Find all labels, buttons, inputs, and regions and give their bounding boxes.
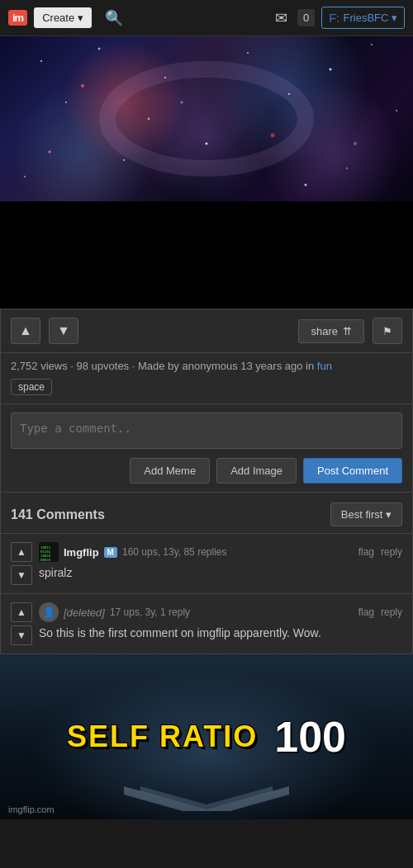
svg-point-1 <box>98 48 101 50</box>
comment-actions: flag reply <box>358 546 402 558</box>
svg-text:00010: 00010 <box>40 558 51 562</box>
meme-row: SELF RATIO 100 <box>67 712 346 762</box>
post-comment-button[interactable]: Post Comment <box>303 458 402 484</box>
upvote-button[interactable]: ▲ <box>11 318 40 344</box>
avatar: 👤 <box>39 602 59 622</box>
notification-count[interactable]: 0 <box>297 9 315 26</box>
svg-point-10 <box>123 159 125 161</box>
site-logo[interactable]: im <box>8 10 27 26</box>
svg-point-6 <box>65 101 67 103</box>
svg-point-7 <box>148 118 150 120</box>
comment-item: ▲ ▼ 10011 01101 10010 00010 Imgflip M 16… <box>0 534 413 594</box>
downvote-icon: ▼ <box>57 323 70 338</box>
site-header: im Create ▾ 🔍 ✉ 0 F: FriesBFC ▾ <box>0 0 413 36</box>
meme-title: SELF RATIO <box>67 719 258 754</box>
hero-image <box>0 36 413 201</box>
comment-flag-link[interactable]: flag <box>358 546 374 558</box>
comment-text: So this is the first comment on imgflip … <box>39 625 402 642</box>
search-button[interactable]: 🔍 <box>98 6 130 31</box>
comment-actions: flag reply <box>358 606 402 618</box>
imgflip-watermark: imgflip.com <box>8 804 55 814</box>
avatar: 10011 01101 10010 00010 <box>39 542 59 562</box>
comments-header: 141 Comments Best first ▾ <box>0 493 413 534</box>
comment-input[interactable] <box>11 413 402 449</box>
comment-meta: 160 ups, 13y, 85 replies <box>122 546 227 558</box>
mod-badge: M <box>104 547 117 558</box>
svg-point-3 <box>247 52 249 54</box>
comment-area: Add Meme Add Image Post Comment <box>0 404 413 493</box>
comment-header-row: 10011 01101 10010 00010 Imgflip M 160 up… <box>39 542 402 562</box>
user-logo-icon: F: <box>329 11 339 25</box>
bottom-chevron-icon <box>124 786 289 811</box>
vote-share-row: ▲ ▼ share ⇈ ⚑ <box>1 309 412 353</box>
star-field <box>0 36 413 201</box>
comment-upvote-button[interactable]: ▲ <box>11 542 32 562</box>
category-link[interactable]: fun <box>317 360 332 372</box>
svg-point-17 <box>49 151 51 153</box>
svg-point-20 <box>107 69 306 168</box>
svg-point-14 <box>305 184 307 186</box>
add-meme-button[interactable]: Add Meme <box>130 458 210 484</box>
comment-body: 👤 [deleted] 17 ups, 3y, 1 reply flag rep… <box>39 602 402 645</box>
search-icon: 🔍 <box>105 10 123 26</box>
logo-text: im <box>8 10 27 26</box>
comment-meta: 17 ups, 3y, 1 reply <box>110 606 190 618</box>
comment-reply-link[interactable]: reply <box>381 606 402 618</box>
comments-count: 141 Comments <box>11 507 330 522</box>
svg-point-15 <box>81 84 84 87</box>
downvote-button[interactable]: ▼ <box>49 318 78 344</box>
comment-username[interactable]: Imgflip <box>64 546 99 559</box>
comment-upvote-button[interactable]: ▲ <box>11 602 32 622</box>
svg-point-4 <box>330 68 332 71</box>
share-button[interactable]: share ⇈ <box>298 319 364 343</box>
svg-point-18 <box>354 142 357 145</box>
add-image-button[interactable]: Add Image <box>216 458 297 484</box>
comment-reply-link[interactable]: reply <box>381 546 402 558</box>
ad-band <box>0 201 413 309</box>
flag-button[interactable]: ⚑ <box>373 318 402 344</box>
svg-point-9 <box>396 110 397 111</box>
user-menu-button[interactable]: F: FriesBFC ▾ <box>321 7 405 29</box>
comment-body: 10011 01101 10010 00010 Imgflip M 160 up… <box>39 542 402 585</box>
comment-downvote-button[interactable]: ▼ <box>11 625 32 645</box>
comment-flag-link[interactable]: flag <box>358 606 374 618</box>
flag-icon: ⚑ <box>382 325 392 337</box>
svg-point-19 <box>181 101 183 104</box>
sort-button[interactable]: Best first ▾ <box>330 502 402 526</box>
comment-vote-col: ▲ ▼ <box>11 542 32 585</box>
tag-row: space <box>1 375 412 403</box>
svg-point-5 <box>371 44 373 45</box>
imgflip-avatar-icon: 10011 01101 10010 00010 <box>39 542 59 562</box>
space-tag[interactable]: space <box>11 379 52 395</box>
mail-icon[interactable]: ✉ <box>272 6 291 31</box>
bottom-meme-image: SELF RATIO 100 imgflip.com <box>0 654 413 819</box>
svg-point-11 <box>206 143 208 145</box>
comment-item: ▲ ▼ 👤 [deleted] 17 ups, 3y, 1 reply flag… <box>0 594 413 654</box>
svg-point-0 <box>40 60 42 62</box>
comment-buttons: Add Meme Add Image Post Comment <box>11 458 402 484</box>
comment-header-row: 👤 [deleted] 17 ups, 3y, 1 reply flag rep… <box>39 602 402 622</box>
post-stats: 2,752 views · 98 upvotes · Made by anony… <box>1 353 412 375</box>
svg-point-13 <box>24 176 26 177</box>
upvotes-count: 98 upvotes <box>77 360 130 372</box>
share-icon: ⇈ <box>343 325 352 337</box>
comment-username: [deleted] <box>64 606 105 619</box>
deleted-user-icon: 👤 <box>43 606 55 618</box>
meme-number: 100 <box>274 712 346 762</box>
svg-point-16 <box>271 134 275 138</box>
comment-text: spiralz <box>39 565 402 582</box>
svg-point-12 <box>346 167 348 169</box>
create-button[interactable]: Create ▾ <box>34 7 92 28</box>
upvote-icon: ▲ <box>19 323 32 338</box>
comment-downvote-button[interactable]: ▼ <box>11 565 32 585</box>
comment-vote-col: ▲ ▼ <box>11 602 32 645</box>
views-count: 2,752 views <box>11 360 68 372</box>
